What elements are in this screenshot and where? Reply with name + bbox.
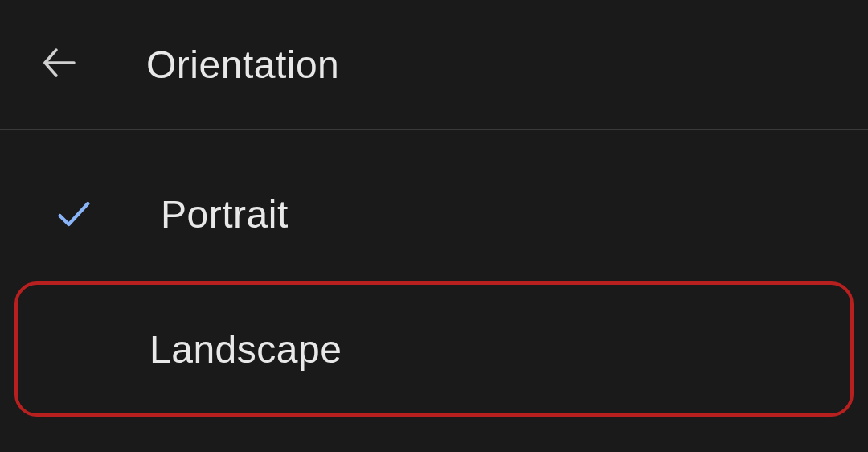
arrow-left-icon	[40, 43, 79, 85]
check-icon	[51, 191, 96, 236]
option-portrait-label: Portrait	[161, 192, 289, 236]
option-landscape-wrapper: Landscape	[14, 281, 854, 417]
option-portrait[interactable]: Portrait	[14, 159, 854, 269]
option-portrait-wrapper: Portrait	[14, 159, 854, 269]
options-list: Portrait Landscape	[0, 130, 868, 417]
option-landscape-label: Landscape	[149, 327, 342, 372]
check-slot-empty	[40, 327, 85, 372]
back-button[interactable]	[37, 42, 82, 87]
page-title: Orientation	[146, 43, 339, 87]
header: Orientation	[0, 0, 868, 130]
option-landscape[interactable]: Landscape	[18, 285, 850, 413]
